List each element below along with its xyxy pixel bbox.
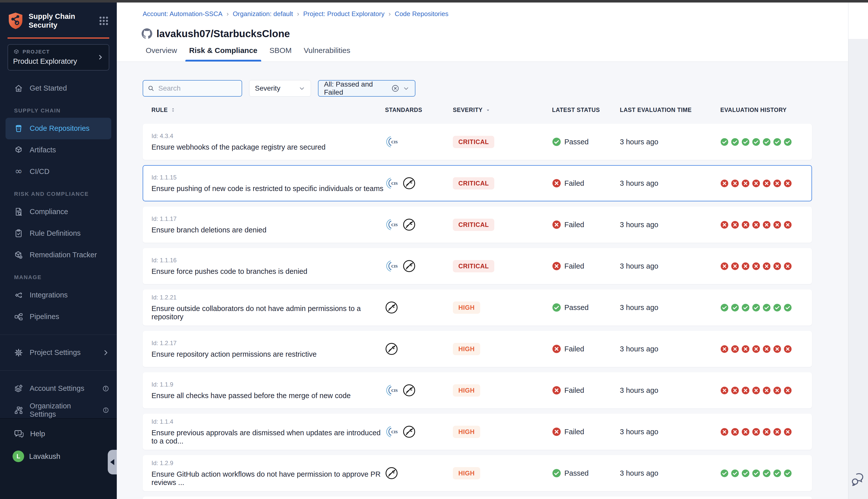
sidebar-item-pipelines[interactable]: Pipelines [0,306,117,328]
project-box-icon [13,49,20,55]
rule-cell: Id: 1.1.15Ensure pushing of new code is … [152,174,385,193]
breadcrumb-link-organization-default[interactable]: Organization: default [233,10,293,18]
tab-overview[interactable]: Overview [145,39,178,61]
history-pass-icon [720,303,728,312]
breadcrumb-link-project-product-exploratory[interactable]: Project: Product Exploratory [303,10,385,18]
severity-cell: CRITICAL [453,219,552,231]
box-icon [14,146,23,155]
sidebar-item-organization-settings[interactable]: Organization Settings [0,399,117,421]
tab-sbom[interactable]: SBOM [269,39,292,61]
sidebar-item-account-settings[interactable]: Account Settings [0,378,117,399]
cis-standard-icon: CIS [385,425,398,438]
standards-cell: CIS [385,259,453,272]
sidebar-item-rule-definitions[interactable]: Rule Definitions [0,223,117,244]
feedback-chat-icon[interactable] [851,473,866,486]
table-row[interactable]: Id: 1.1.5CISHIGHFailed3 hours ago [143,497,812,499]
table-row[interactable]: Id: 1.1.9Ensure all checks have passed b… [143,372,812,409]
evaluation-time: 3 hours ago [620,262,720,270]
column-header-latest-status[interactable]: LATEST STATUS [552,107,620,113]
sidebar-item-label: CI/CD [29,168,49,176]
sidebar-item-project-settings[interactable]: Project Settings [0,342,117,364]
rule-title: Ensure GitHub action workflows do not ha… [152,470,385,487]
chevron-right-icon [97,54,104,61]
sidebar-item-code-repositories[interactable]: </>Code Repositories [5,118,111,139]
sidebar-item-remediation-tracker[interactable]: Remediation Tracker [0,244,117,266]
sidebar-collapse-handle[interactable] [108,450,117,474]
table-row[interactable]: Id: 1.1.15Ensure pushing of new code is … [143,165,812,201]
infinity-icon: ∞ [14,167,23,176]
user-name: Lavakush [29,452,60,461]
table-row[interactable]: Id: 1.2.9Ensure GitHub action workflows … [143,455,812,491]
column-header-evaluation-history[interactable]: EVALUATION HISTORY [720,107,839,113]
svg-text:CIS: CIS [391,264,398,268]
severity-badge: HIGH [453,302,480,314]
sidebar-item-ci-cd[interactable]: ∞CI/CD [0,161,117,182]
table-row[interactable]: Id: 1.1.4Ensure previous approvals are d… [143,414,812,450]
cis-standard-icon: CIS [385,177,398,190]
page-title: lavakush07/StarbucksClone [156,28,290,39]
rule-cell: Id: 1.1.17Ensure branch deletions are de… [152,215,385,234]
table-row[interactable]: Id: 4.3.4Ensure webhooks of the package … [143,124,812,160]
rule-id: Id: 4.3.4 [152,133,385,139]
doc-search-icon [14,207,23,216]
history-fail-icon [762,386,771,394]
failed-x-icon [552,220,561,229]
history-pass-icon [773,469,781,477]
svg-text:CIS: CIS [391,223,398,227]
severity-dropdown[interactable]: Severity [249,80,311,97]
sidebar-item-get-started[interactable]: Get Started [0,77,117,99]
status-label: Passed [564,469,589,477]
project-selector[interactable]: PROJECT Product Exploratory [8,44,109,71]
column-header-last-evaluation-time[interactable]: LAST EVALUATION TIME [620,107,720,113]
sidebar-item-artifacts[interactable]: Artifacts [0,139,117,161]
table-row[interactable]: Id: 1.2.21Ensure outside collaborators d… [143,289,812,326]
info-icon [103,406,109,414]
column-header-label: EVALUATION HISTORY [720,107,787,113]
search-box[interactable] [143,80,242,97]
tab-vulnerabilities[interactable]: Vulnerabilities [303,39,351,61]
severity-cell: CRITICAL [453,177,552,190]
sidebar-item-compliance[interactable]: Compliance [0,201,117,223]
tab-risk-compliance[interactable]: Risk & Compliance [189,39,258,61]
sidebar-item-label: Integrations [29,291,68,299]
table-row[interactable]: Id: 1.1.16Ensure force pushes code to br… [143,248,812,284]
owasp-standard-icon [402,384,416,397]
history-fail-icon [742,345,750,353]
status-filter-dropdown[interactable]: All: Passed and Failed [318,80,415,97]
clear-filter-icon[interactable] [391,84,399,93]
table-row[interactable]: Id: 1.2.17Ensure repository action permi… [143,331,812,367]
rule-id: Id: 1.2.17 [152,340,385,346]
sidebar-item-label: Remediation Tracker [29,251,97,259]
history-pass-icon [762,138,771,146]
cis-standard-icon: CIS [385,135,398,148]
standards-cell: CIS [385,384,453,397]
history-pass-icon [773,138,781,146]
window-top-strip [0,0,868,2]
column-header-rule[interactable]: RULE [152,107,385,113]
owasp-standard-icon [385,301,398,314]
sidebar-item-integrations[interactable]: Integrations [0,284,117,306]
chevron-down-icon [299,85,305,92]
status-cell: Failed [552,179,620,188]
search-input[interactable] [158,84,237,93]
breadcrumb-link-account-automation-ssca[interactable]: Account: Automation-SSCA [143,10,222,18]
history-fail-icon [773,179,781,187]
table-row[interactable]: Id: 1.1.17Ensure branch deletions are de… [143,207,812,243]
rule-title: Ensure branch deletions are denied [152,226,385,234]
page-header: Account: Automation-SSCA›Organization: d… [117,2,848,62]
severity-badge: CRITICAL [453,219,494,231]
help-button[interactable]: ? Help [14,426,117,441]
severity-badge: CRITICAL [453,177,494,190]
column-header-standards[interactable]: STANDARDS [385,107,453,113]
history-fail-icon [731,428,739,436]
rule-title: Ensure pushing of new code is restricted… [152,184,385,193]
svg-text:CIS: CIS [391,181,398,185]
history-pass-icon [720,138,728,146]
severity-cell: HIGH [453,467,552,479]
app-switcher-grid-icon[interactable] [98,15,109,26]
user-menu[interactable]: L Lavakush [13,449,117,464]
column-header-severity[interactable]: SEVERITY [453,107,552,113]
severity-cell: HIGH [453,302,552,314]
breadcrumb-link-code-repositories[interactable]: Code Repositories [395,10,448,18]
history-fail-icon [773,221,781,229]
